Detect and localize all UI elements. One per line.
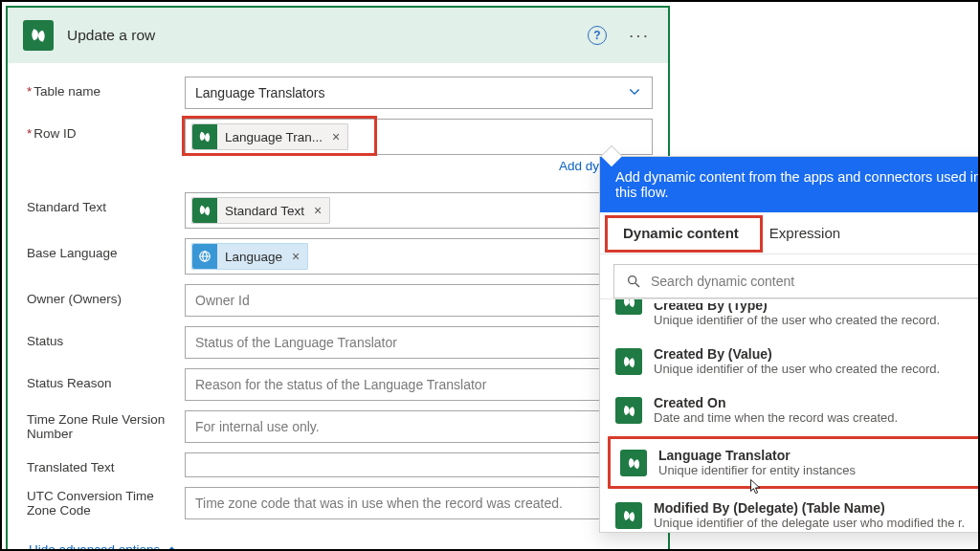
dc-item-desc: Unique identifier of the delegate user w… (654, 516, 980, 530)
table-name-select[interactable]: Language Translators (185, 77, 653, 109)
translated-text-input[interactable] (185, 452, 653, 477)
param-row-id: *Row ID Language Tran... × Add dynamic c… (27, 119, 653, 183)
owner-input[interactable]: Owner Id (185, 284, 653, 317)
dc-tabs: Dynamic content Expression (600, 212, 980, 254)
chevron-down-icon (627, 84, 642, 102)
param-label: Base Language (27, 238, 179, 260)
dc-search-wrap: Search dynamic content (600, 254, 980, 299)
dc-item-desc: Unique identifier for entity instances (658, 463, 980, 477)
param-utc-conv: UTC Conversion Time Zone Code Time zone … (27, 487, 653, 519)
dataverse-icon (615, 348, 642, 375)
param-translated-text: Translated Text (27, 452, 653, 477)
token-label: Language Tran... (217, 126, 330, 148)
param-status-reason: Status Reason Reason for the status of t… (27, 368, 653, 401)
param-base-language: Base Language Language × (27, 238, 653, 275)
token-label: Language (217, 246, 290, 268)
chevron-up-icon (166, 543, 178, 551)
dc-header: Add dynamic content from the apps and co… (600, 157, 980, 212)
dc-item-desc: Unique identifier of the user who create… (654, 313, 980, 327)
standard-text-input[interactable]: Standard Text × (185, 192, 653, 229)
select-value: Language Translators (195, 85, 324, 100)
dc-item-title: Created By (Type) (654, 303, 980, 313)
svg-line-2 (635, 283, 639, 287)
param-label: Standard Text (27, 192, 179, 214)
dc-item-title: Created By (Value) (654, 346, 980, 362)
param-label: Status Reason (27, 368, 179, 390)
dc-item-title: Language Translator (658, 448, 980, 463)
dc-item-modified-by-delegate[interactable]: Modified By (Delegate) (Table Name) Uniq… (600, 491, 980, 532)
globe-icon (192, 244, 217, 269)
token-remove-button[interactable]: × (290, 249, 307, 264)
search-icon (626, 274, 641, 289)
dataverse-icon (615, 299, 642, 315)
dc-search-input[interactable]: Search dynamic content (613, 264, 980, 298)
tz-rule-version-input[interactable]: For internal use only. (185, 410, 653, 443)
dataverse-icon (192, 124, 217, 149)
annotation-highlight: Language Translator Unique identifier fo… (608, 436, 980, 489)
search-placeholder: Search dynamic content (651, 274, 794, 289)
card-title: Update a row (67, 27, 574, 44)
token-remove-button[interactable]: × (330, 129, 347, 144)
param-status: Status Status of the Language Translator (27, 326, 653, 359)
status-input[interactable]: Status of the Language Translator (185, 326, 653, 359)
param-label: Owner (Owners) (27, 284, 179, 306)
parameters-section: *Table name Language Translators *Row ID… (8, 63, 668, 533)
param-label: Status (27, 326, 179, 348)
dynamic-content-panel: Add dynamic content from the apps and co… (599, 156, 980, 533)
dc-item-language-translator[interactable]: Language Translator Unique identifier fo… (611, 439, 980, 486)
token-language[interactable]: Language × (191, 243, 308, 270)
dc-item-title: Modified By (Delegate) (Table Name) (654, 500, 980, 516)
param-owner: Owner (Owners) Owner Id (27, 284, 653, 317)
dc-item-created-on[interactable]: Created On Date and time when the record… (600, 386, 980, 434)
help-icon[interactable]: ? (588, 26, 607, 45)
card-menu-button[interactable]: ··· (626, 25, 653, 46)
param-table-name: *Table name Language Translators (27, 77, 653, 109)
tab-dynamic-content[interactable]: Dynamic content (608, 212, 754, 253)
dataverse-icon (615, 397, 642, 424)
dc-item-desc: Date and time when the record was create… (654, 410, 980, 425)
add-dynamic-content-link[interactable]: Add dynamic co (185, 155, 653, 183)
card-header: Update a row ? ··· (8, 8, 668, 63)
hide-advanced-options-link[interactable]: Hide advanced options (8, 533, 668, 551)
update-row-card: Update a row ? ··· *Table name Language … (6, 6, 670, 551)
param-tz-rule-version: Time Zone Rule Version Number For intern… (27, 410, 653, 443)
dc-header-text: Add dynamic content from the apps and co… (615, 169, 980, 200)
dataverse-icon (615, 502, 642, 529)
dc-item-desc: Unique identifier of the user who create… (654, 362, 980, 376)
dc-item-created-by-value[interactable]: Created By (Value) Unique identifier of … (600, 337, 980, 386)
token-language-translator[interactable]: Language Tran... × (191, 123, 348, 150)
dataverse-icon (192, 198, 217, 223)
status-reason-input[interactable]: Reason for the status of the Language Tr… (185, 368, 653, 401)
dataverse-connector-icon (23, 20, 54, 51)
param-label: *Row ID (27, 119, 179, 141)
dc-item-title: Created On (654, 395, 980, 410)
token-remove-button[interactable]: × (312, 203, 329, 218)
param-standard-text: Standard Text Standard Text × (27, 192, 653, 229)
param-label: Time Zone Rule Version Number (27, 410, 179, 441)
token-standard-text[interactable]: Standard Text × (191, 197, 330, 224)
link-label: Hide advanced options (29, 542, 160, 551)
token-label: Standard Text (217, 200, 312, 222)
tab-expression[interactable]: Expression (754, 212, 856, 253)
base-language-input[interactable]: Language × (185, 238, 653, 275)
dataverse-icon (620, 450, 647, 476)
dc-item-created-by-type[interactable]: Created By (Type) Unique identifier of t… (600, 303, 980, 337)
dc-item-list: Created By (Type) Unique identifier of t… (600, 299, 980, 532)
param-label: UTC Conversion Time Zone Code (27, 487, 179, 518)
svg-point-1 (629, 276, 636, 284)
param-label: *Table name (27, 77, 179, 99)
param-label: Translated Text (27, 452, 179, 474)
row-id-input[interactable]: Language Tran... × (185, 119, 653, 155)
utc-conv-input[interactable]: Time zone code that was in use when the … (185, 487, 653, 519)
